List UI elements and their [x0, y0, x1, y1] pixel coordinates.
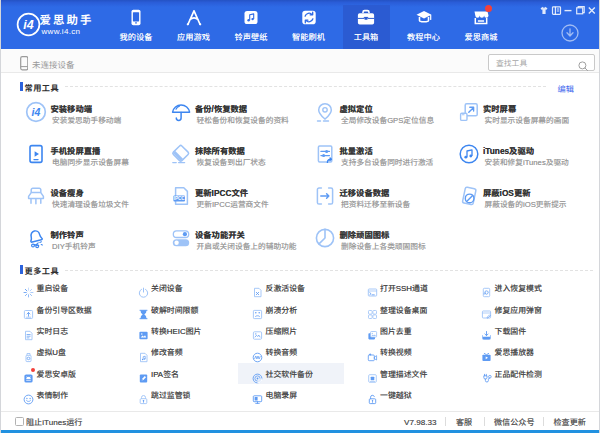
svg-text:i4: i4 [32, 106, 41, 118]
svg-text:i4: i4 [23, 18, 33, 32]
svg-text:IPCC: IPCC [173, 196, 185, 201]
